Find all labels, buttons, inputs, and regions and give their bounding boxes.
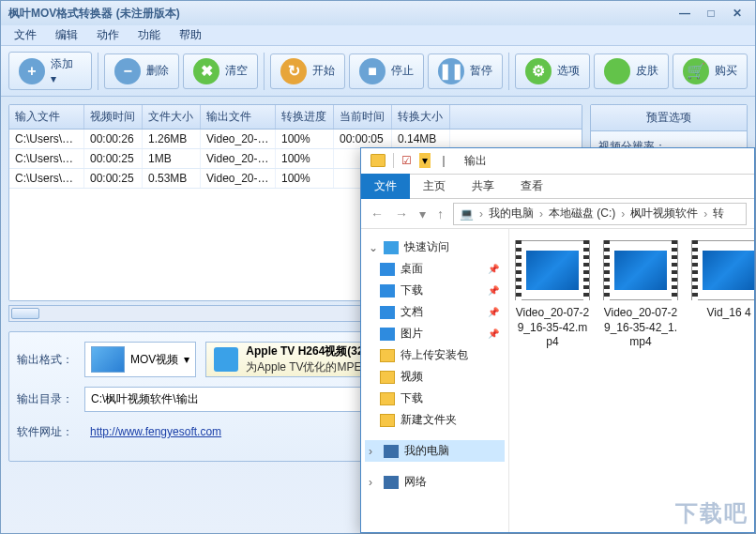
toolbar-暂停[interactable]: ❚❚ 暂停 [428,53,503,89]
crumb[interactable]: 枫叶视频软件 [630,206,698,221]
tab-share[interactable]: 共享 [459,174,507,199]
qat-check-icon[interactable]: ☑ [401,154,412,167]
toolbar-icon: ↻ [280,58,307,84]
toolbar: + 添加 ▾ − 删除 ✖ 清空 ↻ 开始 ■ 停止 ❚❚ 暂停 ⚙ 选项 皮肤… [1,46,755,97]
toolbar-清空[interactable]: ✖ 清空 [183,53,258,89]
cell: Video_20-0... [201,130,276,148]
file-item[interactable]: Vid_16 4 [691,240,754,521]
output-dir-label: 输出目录： [17,391,75,407]
nav-pictures[interactable]: 图片📌 [365,323,505,344]
menu-edit[interactable]: 编辑 [48,25,85,45]
qat-sep-icon: ｜ [438,153,449,169]
col-header[interactable]: 转换大小 [392,105,450,129]
nav-newfolder[interactable]: 新建文件夹 [365,409,505,431]
toolbar-添加[interactable]: + 添加 ▾ [8,52,92,90]
video-thumb-icon [603,240,678,300]
output-format-label: 输出格式： [17,352,75,368]
explorer-title: 输出 [457,153,494,169]
grid-header: 输入文件视频时间文件大小输出文件转换进度当前时间转换大小 [9,105,582,130]
cell: 00:00:05 [334,130,392,148]
toolbar-停止[interactable]: ■ 停止 [349,53,424,89]
toolbar-icon: ❚❚ [438,58,464,84]
nav-video[interactable]: 视频 [365,366,505,388]
table-row[interactable]: C:\Users\pc\...00:00:261.26MBVideo_20-0.… [9,130,582,149]
toolbar-删除[interactable]: − 删除 [104,53,179,89]
menu-help[interactable]: 帮助 [172,25,209,45]
cell: 0.14MB [392,130,450,148]
nav-network[interactable]: ›网络 [365,471,505,493]
explorer-ribbon: 文件 主页 共享 查看 [361,175,754,199]
col-header[interactable]: 输入文件 [9,105,84,129]
toolbar-购买[interactable]: 🛒 购买 [673,53,748,89]
format-icon [91,346,125,373]
explorer-navpane[interactable]: ⌄快速访问 桌面📌 下载📌 文档📌 图片📌 待上传安装包 视频 下载 新建文件夹… [361,229,509,532]
pin-icon: 📌 [488,328,499,339]
crumb[interactable]: 我的电脑 [489,206,534,221]
explorer-filepane[interactable]: Video_20-07-29_16-35-42.mp4 Video_20-07-… [509,229,754,532]
maximize-button[interactable]: □ [701,6,721,21]
chevron-down-icon: ▾ [184,353,189,366]
network-icon [384,476,399,489]
cell: Video_20-0... [201,149,276,168]
tab-file[interactable]: 文件 [361,174,410,199]
toolbar-icon: ■ [359,58,386,84]
cell: C:\Users\pc\... [9,149,84,168]
nav-desktop[interactable]: 桌面📌 [365,258,505,280]
menu-function[interactable]: 功能 [130,25,168,45]
col-header[interactable]: 视频时间 [84,105,143,129]
breadcrumb[interactable]: 💻›我的电脑›本地磁盘 (C:)›枫叶视频软件›转 [453,203,747,225]
nav-mypc[interactable]: ›我的电脑 [365,440,505,462]
desktop-icon [380,263,395,276]
cell: C:\Users\pc\... [9,130,84,148]
scrollbar-thumb[interactable] [11,308,39,319]
menu-file[interactable]: 文件 [7,25,44,45]
file-item[interactable]: Video_20-07-29_16-35-42_1.mp4 [603,240,678,521]
toolbar-icon: ✖ [193,58,219,84]
col-header[interactable]: 文件大小 [143,105,201,129]
cell: Video_20-0... [201,169,276,188]
toolbar-开始[interactable]: ↻ 开始 [270,53,345,89]
cell: 00:00:25 [84,169,143,188]
pin-icon: 📌 [488,285,499,296]
tab-view[interactable]: 查看 [507,174,556,199]
crumb[interactable]: 转 [713,206,724,221]
cell: 00:00:26 [84,130,143,148]
file-name: Vid_16 4 [691,306,754,321]
file-item[interactable]: Video_20-07-29_16-35-42.mp4 [515,240,590,521]
toolbar-选项[interactable]: ⚙ 选项 [515,53,590,89]
nav-pkg[interactable]: 待上传安装包 [365,344,505,366]
cell: 100% [276,149,334,168]
nav-back-icon[interactable]: ← [369,206,386,221]
folder-icon [380,371,395,384]
nav-documents[interactable]: 文档📌 [365,301,505,323]
cell: 1MB [143,149,201,168]
site-link[interactable]: http://www.fengyesoft.com [90,425,221,438]
folder-icon [380,414,395,427]
col-header[interactable]: 输出文件 [201,105,276,129]
document-icon [380,306,395,319]
tab-home[interactable]: 主页 [410,174,459,199]
file-name: Video_20-07-29_16-35-42_1.mp4 [603,306,678,350]
menu-action[interactable]: 动作 [89,25,127,45]
nav-down2[interactable]: 下载 [365,388,505,409]
toolbar-icon [604,58,630,84]
col-header[interactable]: 当前时间 [334,105,392,129]
folder-icon [380,392,395,405]
qat-dropdown-icon[interactable]: ▾ [419,153,431,168]
nav-quick-access[interactable]: ⌄快速访问 [365,236,505,258]
col-header[interactable]: 转换进度 [276,105,334,129]
nav-up-icon[interactable]: ↑ [435,206,446,221]
toolbar-皮肤[interactable]: 皮肤 [594,53,669,89]
explorer-window[interactable]: ☑ ▾ ｜ 输出 文件 主页 共享 查看 ← → ▾ ↑ 💻›我的电脑›本地磁盘… [360,147,755,533]
nav-downloads[interactable]: 下载📌 [365,280,505,301]
cell: 1.26MB [143,130,201,148]
nav-recent-icon[interactable]: ▾ [417,206,428,221]
minimize-button[interactable]: — [674,6,695,21]
output-format-value: MOV视频 [130,352,178,368]
title-bar[interactable]: 枫叶MOV格式转换器 (未注册版本) — □ ✕ [1,1,755,25]
crumb[interactable]: 本地磁盘 (C:) [549,206,615,221]
nav-forward-icon[interactable]: → [393,206,410,221]
output-format-select[interactable]: MOV视频 ▾ [84,342,196,377]
close-button[interactable]: ✕ [727,6,748,21]
toolbar-icon: − [114,58,141,84]
